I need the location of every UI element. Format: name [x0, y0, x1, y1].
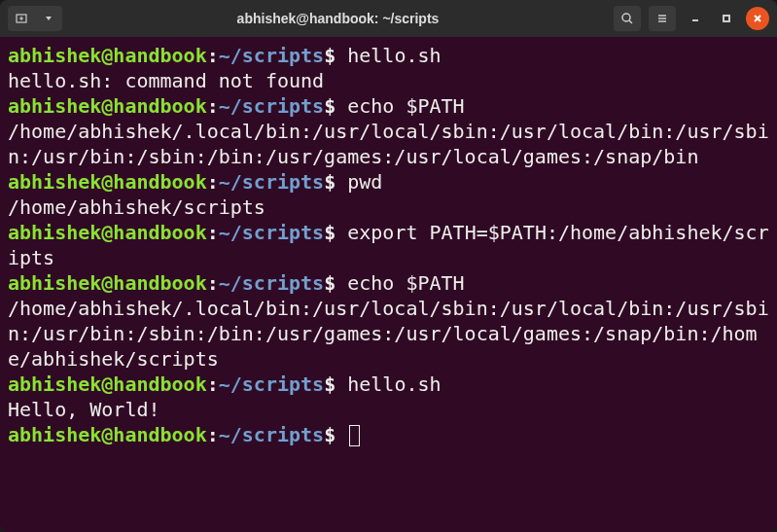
terminal-body[interactable]: abhishek@handbook:~/scripts$ hello.shhel…: [0, 37, 777, 532]
tab-dropdown-button[interactable]: [35, 6, 62, 31]
terminal-prompt-line: abhishek@handbook:~/scripts$ echo $PATH: [8, 270, 769, 296]
prompt-path: ~/scripts: [219, 221, 324, 244]
prompt-colon: :: [207, 423, 219, 446]
svg-rect-9: [724, 16, 729, 21]
titlebar-right: [614, 6, 769, 31]
search-icon: [620, 12, 634, 25]
prompt-path: ~/scripts: [219, 94, 324, 118]
prompt-colon: :: [207, 221, 219, 244]
terminal-output-line: /home/abhishek/.local/bin:/usr/local/sbi…: [8, 119, 769, 169]
prompt-dollar: $: [324, 44, 347, 67]
hamburger-icon: [655, 12, 669, 25]
terminal-prompt-line: abhishek@handbook:~/scripts$ export PATH…: [8, 220, 769, 270]
tab-button-group: [8, 6, 62, 31]
prompt-dollar: $: [324, 271, 347, 295]
prompt-command: echo $PATH: [347, 271, 464, 295]
prompt-user-host: abhishek@handbook: [8, 423, 207, 446]
window-title: abhishek@handbook: ~/scripts: [66, 11, 610, 26]
prompt-path: ~/scripts: [219, 372, 324, 396]
terminal-output-line: /home/abhishek/scripts: [8, 195, 769, 220]
terminal-output-line: Hello, World!: [8, 397, 769, 422]
prompt-dollar: $: [324, 94, 347, 118]
output-text: /home/abhishek/.local/bin:/usr/local/sbi…: [8, 120, 769, 168]
terminal-prompt-line: abhishek@handbook:~/scripts$ pwd: [8, 169, 769, 195]
prompt-colon: :: [207, 170, 219, 194]
titlebar-left: [8, 6, 62, 31]
terminal-prompt-line: abhishek@handbook:~/scripts$ echo $PATH: [8, 93, 769, 119]
prompt-user-host: abhishek@handbook: [8, 94, 207, 118]
prompt-user-host: abhishek@handbook: [8, 170, 207, 194]
new-tab-button[interactable]: [8, 6, 35, 31]
prompt-colon: :: [207, 372, 219, 396]
prompt-command: hello.sh: [347, 44, 441, 67]
prompt-dollar: $: [324, 221, 347, 244]
prompt-dollar: $: [324, 372, 347, 396]
maximize-button[interactable]: [715, 7, 738, 30]
output-text: hello.sh: command not found: [8, 69, 324, 92]
output-text: /home/abhishek/.local/bin:/usr/local/sbi…: [8, 297, 769, 371]
chevron-down-icon: [44, 14, 53, 23]
close-icon: [752, 13, 763, 24]
menu-button[interactable]: [649, 6, 676, 31]
prompt-command: echo $PATH: [347, 94, 464, 118]
terminal-output-line: hello.sh: command not found: [8, 68, 769, 93]
prompt-path: ~/scripts: [219, 423, 324, 446]
close-button[interactable]: [746, 7, 769, 30]
terminal-output-line: /home/abhishek/.local/bin:/usr/local/sbi…: [8, 296, 769, 372]
prompt-command: hello.sh: [347, 372, 441, 396]
prompt-colon: :: [207, 94, 219, 118]
prompt-command: pwd: [347, 170, 382, 194]
new-tab-icon: [15, 12, 28, 25]
output-text: /home/abhishek/scripts: [8, 195, 265, 219]
output-text: Hello, World!: [8, 398, 160, 421]
maximize-icon: [721, 13, 732, 24]
terminal-window: abhishek@handbook: ~/scripts abhishek@ha…: [0, 0, 777, 532]
terminal-prompt-line: abhishek@handbook:~/scripts$ hello.sh: [8, 372, 769, 397]
prompt-dollar: $: [324, 170, 347, 194]
prompt-user-host: abhishek@handbook: [8, 372, 207, 396]
minimize-button[interactable]: [684, 7, 707, 30]
prompt-colon: :: [207, 271, 219, 295]
titlebar: abhishek@handbook: ~/scripts: [0, 0, 777, 37]
search-button[interactable]: [614, 6, 641, 31]
svg-line-4: [629, 20, 632, 23]
prompt-user-host: abhishek@handbook: [8, 271, 207, 295]
prompt-path: ~/scripts: [219, 170, 324, 194]
cursor: [349, 425, 360, 446]
terminal-prompt-line: abhishek@handbook:~/scripts$ hello.sh: [8, 43, 769, 68]
prompt-user-host: abhishek@handbook: [8, 221, 207, 244]
minimize-icon: [689, 13, 701, 24]
svg-point-3: [622, 14, 630, 21]
prompt-dollar: $: [324, 423, 347, 446]
prompt-path: ~/scripts: [219, 271, 324, 295]
terminal-prompt-line: abhishek@handbook:~/scripts$: [8, 422, 769, 447]
prompt-path: ~/scripts: [219, 44, 324, 67]
prompt-user-host: abhishek@handbook: [8, 44, 207, 67]
prompt-colon: :: [207, 44, 219, 67]
